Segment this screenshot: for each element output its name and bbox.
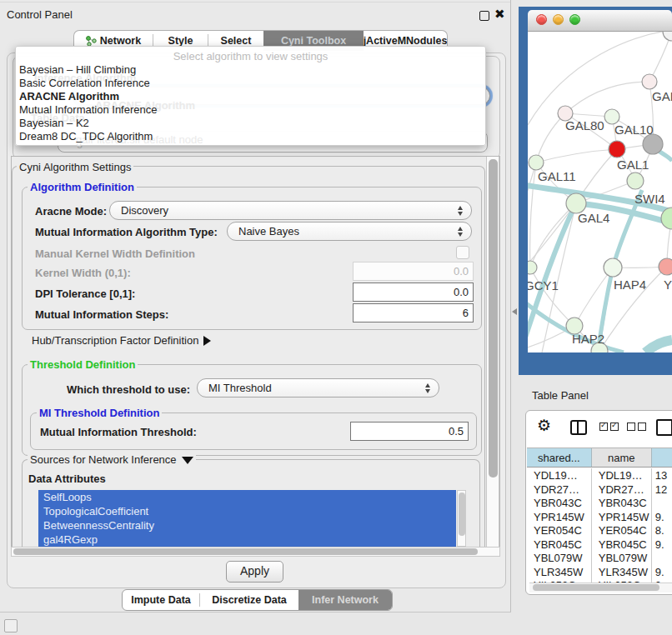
bottom-tab-impute-data[interactable]: Impute Data [123,590,199,610]
table-row[interactable]: YDR27…YDR27…12 [527,482,672,497]
algorithm-option[interactable]: Bayesian – Hill Climbing [19,63,136,77]
aracne-mode-label: Aracne Mode: [35,205,107,218]
sources-title: Sources for Network Inference [28,453,196,466]
table-cell: YER054C [592,523,652,538]
table-cell: 13 [652,468,672,482]
table-hscrollbar-thumb[interactable] [533,584,659,591]
unchecked-checkbox-icon[interactable] [627,422,635,431]
network-node[interactable] [663,32,672,41]
list-scrollbar-thumb[interactable] [459,492,465,536]
network-edge[interactable] [536,113,565,162]
node-label: HAP2 [572,332,604,346]
window-top-divider [0,2,510,2]
attribute-item[interactable]: gal4RGexp [38,532,456,547]
table-row[interactable]: YBR043CYBR043C [527,496,672,510]
network-node[interactable] [528,261,537,274]
collapse-panel-arrow-icon[interactable] [512,308,517,315]
table-cell: YER054C [527,523,592,538]
apply-button[interactable]: Apply [226,561,283,582]
close-icon[interactable]: ✖ [494,7,505,22]
column-header[interactable]: shared... [527,448,592,467]
attribute-item[interactable]: SelfLoops [38,490,456,504]
table-cell: YPR145W [527,510,592,524]
table-cell [652,496,672,510]
network-tab-icon [86,36,97,47]
table-cell: YBR043C [527,496,592,510]
tab-label: Select [221,35,252,47]
gear-icon[interactable]: ⚙ [537,416,551,435]
tab-label: Style [168,35,193,47]
table-cell: YBR045C [527,538,592,552]
bottom-tab-infer-network[interactable]: Infer Network [298,590,392,610]
minimize-traffic-light[interactable] [553,14,564,25]
control-panel-window: Control Panel ✖ NetworkStyleSelectCyni T… [0,0,511,612]
table-row[interactable]: YBL079WYBL079W [527,551,672,565]
data-attributes-list[interactable]: SelfLoopsTopologicalCoefficientBetweenne… [38,490,456,547]
close-traffic-light[interactable] [536,14,547,25]
algorithm-option[interactable]: Bayesian – K2 [19,117,89,130]
zoom-traffic-light[interactable] [569,14,580,25]
attribute-item[interactable]: BetweennessCentrality [38,518,456,532]
panel-grip-icon[interactable] [4,619,18,632]
combo-arrows-icon [458,206,464,216]
network-node[interactable] [627,172,644,189]
bottom-tabs: Impute DataDiscretize DataInfer Network [122,589,393,611]
network-edge[interactable] [565,82,649,113]
network-node[interactable] [643,134,663,154]
checked-checkbox-icon[interactable] [599,422,608,431]
table-cell: 9. [652,510,672,524]
network-window-titlebar[interactable] [528,10,672,32]
network-edge[interactable] [536,149,617,162]
algorithm-option[interactable]: Dream8 DC_TDC Algorithm [19,130,153,143]
network-node[interactable] [642,74,657,89]
table-row[interactable]: YBR045CYBR045C9. [527,538,672,552]
network-canvas[interactable]: GALGAL80GAL10GAL1GAL11SWI4GAL4GCY1HAP4YH… [528,32,672,352]
bottom-tab-discretize-data[interactable]: Discretize Data [200,590,298,610]
manual-kernel-checkbox[interactable] [456,246,469,259]
network-edge-highlighted[interactable] [645,340,672,352]
kernel-width-field[interactable]: 0.0 [353,262,474,281]
mi-type-combo[interactable]: Naive Bayes [227,222,472,241]
hub-definition-label[interactable]: Hub/Transcription Factor Definition [32,334,211,347]
attribute-item[interactable]: TopologicalCoefficient [38,504,456,518]
network-node[interactable] [604,258,622,277]
data-attributes-label: Data Attributes [28,472,106,485]
algorithm-option[interactable]: ARACNE Algorithm [19,90,119,103]
column-header[interactable]: name [592,448,652,467]
table-row[interactable]: YPR145WYPR145W9. [527,510,672,524]
popup-placeholder: Select algorithm to view settings [16,50,485,62]
network-edge[interactable] [530,162,536,268]
table-panel-title: Table Panel [532,389,589,402]
table-row[interactable]: YDL19…YDL19…13 [527,468,672,482]
split-table-icon[interactable] [570,420,587,435]
mi-steps-field[interactable]: 6 [353,303,474,322]
network-view-frame: GALGAL80GAL10GAL1GAL11SWI4GAL4GCY1HAP4YH… [519,7,672,375]
table-row[interactable]: YER054CYER054C8. [527,523,672,538]
settings-vscrollbar-thumb[interactable] [489,159,498,478]
unchecked-checkbox-icon[interactable] [638,422,646,431]
node-label: HAP4 [614,278,646,292]
algorithm-option[interactable]: Mutual Information Inference [19,103,157,117]
network-node[interactable] [609,141,625,158]
node-label: GCY1 [528,278,559,292]
dpi-tolerance-field[interactable]: 0.0 [353,282,474,302]
screen: Control Panel ✖ NetworkStyleSelectCyni T… [0,0,672,635]
algorithm-option[interactable]: Basic Correlation Inference [19,77,150,90]
network-node[interactable] [529,155,544,170]
table-cell: 8. [652,523,672,538]
node-label: GAL4 [578,211,609,225]
new-table-icon[interactable] [656,419,672,436]
which-threshold-combo[interactable]: MI Threshold [197,378,439,398]
table-row[interactable]: YLR345WYLR345W9. [527,565,672,579]
mi-threshold-field[interactable]: 0.5 [350,422,469,441]
manual-kernel-label: Manual Kernel Width Definition [35,248,195,260]
checked-checkbox-icon[interactable] [610,422,619,431]
table-body: YDL19…YDL19…13YDR27…YDR27…12YBR043CYBR04… [527,468,672,584]
float-window-icon[interactable] [479,11,489,21]
column-header[interactable]: A [652,448,672,467]
settings-hscrollbar-thumb[interactable] [13,548,478,555]
network-node[interactable] [659,258,672,275]
table-cell: YDL19… [527,468,592,482]
table-cell: YBR043C [592,496,652,510]
aracne-mode-combo[interactable]: Discovery [109,201,472,220]
